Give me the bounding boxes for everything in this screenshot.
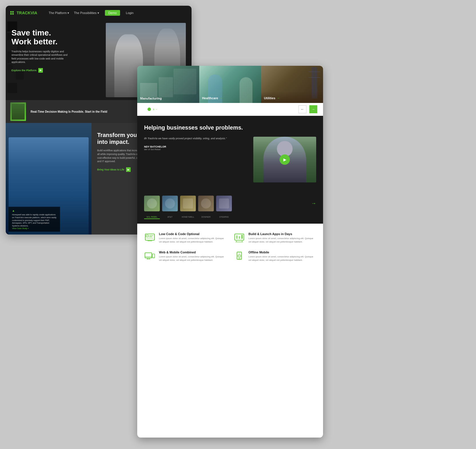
manufacturing-overlay: Manufacturing [137,66,199,103]
svg-rect-11 [239,236,240,239]
feature-offline-desc: Lorem ipsum dolor sit amet, consectetur … [248,255,316,262]
honeywell-text: Honeywell was able to rapidly create app… [12,213,57,227]
logos-next-arrow[interactable]: → [311,200,316,206]
low-code-icon [144,232,156,244]
feature-build-launch-desc: Lorem ipsum dolor sit amet, consectetur … [248,237,316,244]
video-thumbnail[interactable]: ▶ [253,137,316,182]
prev-arrow-button[interactable]: ← [298,105,306,113]
person-name: NDY BATCHELOR [144,145,249,148]
transform-arrow-icon: ▶ [126,167,131,172]
svg-rect-18 [152,254,155,258]
build-launch-icon [234,232,245,244]
video-area: ith TrackVia we have vastly proved proje… [144,137,316,182]
healthcare-arrow: → [219,96,223,100]
logo-att[interactable] [162,196,178,211]
feature-offline-text: Offline Mobile Lorem ipsum dolor sit ame… [248,251,316,262]
hero-title: Save time. Work better. [11,29,69,46]
utilities-arrow: → [276,96,280,100]
case-study-link[interactable]: View Case Study » [12,227,57,229]
industries-section: Manufacturing Healthcare → [137,66,323,103]
feature-web-mobile: Web & Mobile Combined Lorem ipsum dolor … [144,251,227,262]
logo-name-stearns: STEARNS [216,216,232,219]
industry-manufacturing[interactable]: Manufacturing [137,66,199,103]
manufacturing-label: Manufacturing [140,97,162,100]
utilities-label: Utilities → [264,96,280,100]
svg-rect-1 [146,235,148,237]
logo-downer[interactable] [198,196,214,211]
front-window: Manufacturing Healthcare → [137,66,323,438]
logo-names: SOL REBEL AT&T HONEYWELL DOWNER STEARNS [137,216,323,224]
feature-build-launch-text: Build & Launch Apps in Days Lorem ipsum … [248,232,316,244]
login-link[interactable]: Login [126,11,134,15]
feature-low-code-desc: Lorem ipsum dolor sit amet, consectetur … [159,237,227,244]
solving-section: Helping businesses solve problems. ith T… [137,116,323,191]
feature-offline: Offline Mobile Lorem ipsum dolor sit ame… [234,251,316,262]
logo-name-att: AT&T [162,216,178,219]
play-button[interactable]: ▶ [280,154,290,165]
next-arrow-button[interactable]: → [309,105,317,113]
feature-web-mobile-desc: Lorem ipsum dolor sit amet, consectetur … [159,255,227,262]
svg-rect-10 [236,235,238,239]
platform-link[interactable]: The Platform ▾ [49,11,69,15]
demo-button[interactable]: Demo [105,10,120,16]
feature-build-launch: Build & Launch Apps in Days Lorem ipsum … [234,232,316,244]
testimonial: ith TrackVia we have vastly proved proje… [144,137,249,151]
utilities-overlay: Utilities → [261,66,323,103]
feature-offline-title: Offline Mobile [248,251,316,254]
healthcare-label: Healthcare → [202,96,223,100]
hero-description: TrackVia helps businesses rapidly digiti… [11,50,69,64]
feature-web-mobile-text: Web & Mobile Combined Lorem ipsum dolor … [159,251,227,262]
back-logo[interactable]: TRACKVIA [10,11,37,15]
solving-title: Helping businesses solve problems. [144,124,316,131]
logo-honeywell[interactable] [180,196,196,211]
logo-strip: → [137,191,323,216]
feature-web-mobile-title: Web & Mobile Combined [159,251,227,254]
feature-low-code-text: Low Code & Code Optional Lorem ipsum dol… [159,232,227,244]
logo-name-sol-rebel: SOL REBEL [144,216,160,219]
triangle-icon: ▲ [12,209,57,212]
back-navigation: TRACKVIA The Platform ▾ The Possibilitie… [6,6,192,20]
carousel-nav: s → ← → [137,103,323,116]
feature-low-code: Low Code & Code Optional Lorem ipsum dol… [144,232,227,244]
cta-arrow-icon: ▶ [38,68,43,73]
logo-text: TRACKVIA [17,11,37,15]
feature-build-launch-title: Build & Launch Apps in Days [248,232,316,236]
guide-book-image [10,102,26,121]
possibilities-link[interactable]: The Possibilities ▾ [74,11,99,15]
offline-mobile-icon [234,251,245,262]
transform-image: ▲ Honeywell was able to rapidly create a… [6,123,91,235]
svg-rect-12 [241,235,243,239]
industry-utilities[interactable]: Utilities → [261,66,323,103]
feature-low-code-title: Low Code & Code Optional [159,232,227,236]
quote-text: ith TrackVia we have vastly proved proje… [144,137,249,141]
logo-name-honeywell: HONEYWELL [180,216,196,219]
features-section: Low Code & Code Optional Lorem ipsum dol… [137,224,323,271]
industry-healthcare[interactable]: Healthcare → [199,66,261,103]
logo-stearns[interactable] [216,196,232,211]
hero-content: Save time. Work better. TrackVia helps b… [11,29,69,73]
more-link[interactable]: s → [148,108,158,111]
back-nav-links: The Platform ▾ The Possibilities ▾ [49,11,99,15]
honeywell-callout: ▲ Honeywell was able to rapidly create a… [9,207,60,232]
hero-cta[interactable]: Explore the Platform ▶ [11,68,69,73]
healthcare-overlay: Healthcare → [199,66,261,103]
logo-sol-rebel[interactable] [144,196,160,211]
logo-name-downer: DOWNER [198,216,214,219]
web-mobile-icon [144,251,156,262]
svg-rect-5 [148,240,152,241]
person-role: der of Sol Rebel [144,148,249,151]
svg-rect-13 [145,253,152,258]
